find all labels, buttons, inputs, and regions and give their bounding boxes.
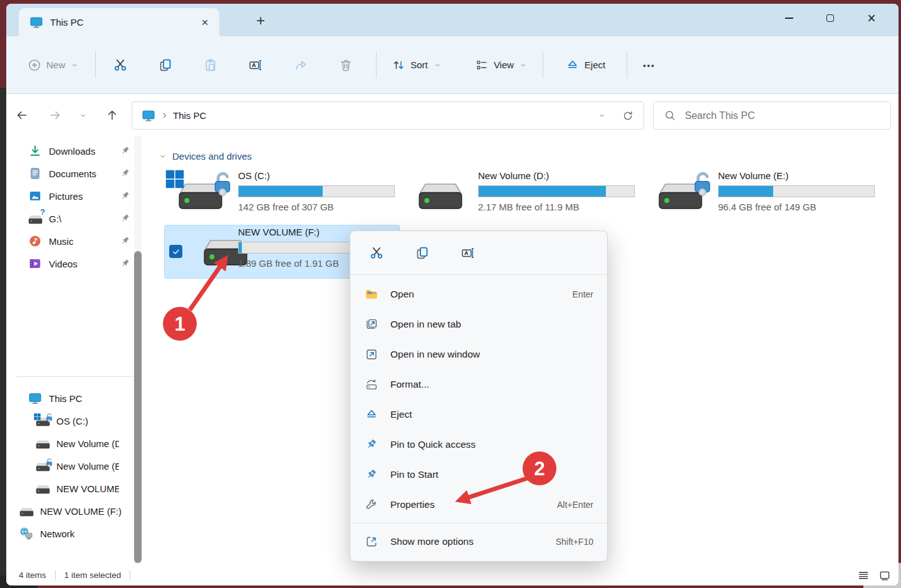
share-icon xyxy=(294,58,308,72)
new-tab-button[interactable]: + xyxy=(251,11,271,31)
minimize-button[interactable] xyxy=(768,4,810,33)
large-icons-view-icon xyxy=(878,569,891,582)
rename-button[interactable] xyxy=(457,242,479,264)
selection-checkbox[interactable] xyxy=(169,245,182,258)
cut-button[interactable] xyxy=(366,242,387,264)
pin-icon xyxy=(365,468,378,482)
up-arrow-icon xyxy=(106,109,118,121)
bitlocker-drive-icon xyxy=(644,171,714,212)
search-icon xyxy=(664,110,676,121)
rename-button[interactable] xyxy=(249,58,263,72)
menu-item-pin-to-start[interactable]: Pin to Start xyxy=(350,460,607,490)
tab-bar: This PC × + × xyxy=(6,4,898,36)
network-icon xyxy=(19,527,34,540)
context-menu: Open Enter Open in new tab Open in new w… xyxy=(350,230,608,562)
items-count: 4 items xyxy=(19,570,46,580)
close-button[interactable]: × xyxy=(851,4,892,33)
sidebar-item-music[interactable]: Music xyxy=(6,230,152,252)
copy-button[interactable] xyxy=(159,58,172,72)
format-drive-icon xyxy=(365,378,378,391)
sidebar-item-new-volume-d[interactable]: New Volume (D:) xyxy=(6,432,152,455)
sidebar-item-downloads[interactable]: Downloads xyxy=(6,140,152,162)
context-menu-quick-actions xyxy=(350,231,607,275)
drive-tile-os-c[interactable]: OS (C:) 142 GB free of 307 GB xyxy=(164,168,402,220)
menu-item-open[interactable]: Open Enter xyxy=(350,279,607,309)
search-input[interactable] xyxy=(685,110,873,121)
sidebar-item-new-volume-f-child[interactable]: NEW VOLUME (F xyxy=(6,477,152,500)
tab-close-icon[interactable]: × xyxy=(197,14,213,31)
toolbar: New Sort View Eject ••• xyxy=(6,36,898,94)
paste-button[interactable] xyxy=(204,58,217,72)
chevron-down-icon xyxy=(159,152,167,160)
view-icon xyxy=(476,59,488,71)
address-bar[interactable]: This PC xyxy=(132,101,644,130)
drive-tile-new-volume-d[interactable]: New Volume (D:) 2.17 MB free of 11.9 MB xyxy=(404,168,642,220)
tab-this-pc[interactable]: This PC × xyxy=(19,8,219,36)
refresh-button[interactable] xyxy=(617,105,638,126)
monitor-icon xyxy=(28,392,43,405)
desktop-background xyxy=(0,88,6,588)
eject-button[interactable]: Eject xyxy=(566,59,605,71)
back-button[interactable] xyxy=(11,105,33,126)
menu-item-pin-to-quick-access[interactable]: Pin to Quick access xyxy=(350,430,607,460)
forward-button[interactable] xyxy=(44,105,66,126)
menu-divider xyxy=(351,523,607,524)
document-icon xyxy=(28,167,43,180)
sidebar-item-videos[interactable]: Videos xyxy=(6,252,152,275)
sidebar-item-documents[interactable]: Documents xyxy=(6,162,152,185)
menu-item-eject[interactable]: Eject xyxy=(350,400,607,430)
menu-item-properties[interactable]: Properties Alt+Enter xyxy=(350,490,607,520)
pin-icon xyxy=(365,438,378,451)
cut-button[interactable] xyxy=(113,58,127,72)
eject-icon xyxy=(365,408,378,421)
sidebar-item-new-volume-f[interactable]: NEW VOLUME (F:) xyxy=(6,500,152,522)
address-dropdown-button[interactable] xyxy=(591,105,612,126)
drive-icon xyxy=(35,437,50,450)
search-box xyxy=(653,101,891,130)
sidebar-item-this-pc[interactable]: This PC xyxy=(6,387,152,410)
drive-free-space: 2.17 MB free of 11.9 MB xyxy=(478,202,636,212)
up-button[interactable] xyxy=(102,105,123,126)
new-button[interactable]: New xyxy=(28,59,78,71)
recent-locations-button[interactable] xyxy=(72,105,93,126)
sort-button[interactable]: Sort xyxy=(392,59,441,71)
sort-icon xyxy=(392,59,405,71)
pin-icon xyxy=(120,168,131,179)
rename-icon xyxy=(249,58,263,72)
sidebar-item-new-volume-e[interactable]: New Volume (E:) xyxy=(6,455,152,477)
ellipsis-icon: ••• xyxy=(643,60,655,70)
section-header-devices[interactable]: Devices and drives xyxy=(159,151,252,162)
monitor-icon xyxy=(142,110,155,121)
shortcut-label: Enter xyxy=(573,289,593,299)
drive-question-icon: ? xyxy=(28,212,43,225)
sidebar-item-pictures[interactable]: Pictures xyxy=(6,185,152,207)
drive-name: New Volume (E:) xyxy=(718,170,876,182)
breadcrumb[interactable]: This PC xyxy=(173,110,206,121)
menu-item-open-in-new-window[interactable]: Open in new window xyxy=(350,339,607,369)
delete-button[interactable] xyxy=(339,58,353,72)
sidebar-scrollbar-thumb[interactable] xyxy=(134,251,142,563)
menu-item-format[interactable]: Format... xyxy=(350,369,607,400)
refresh-icon xyxy=(622,110,633,121)
more-options-button[interactable]: ••• xyxy=(643,60,655,70)
folder-icon xyxy=(365,288,378,301)
view-button[interactable]: View xyxy=(476,59,527,71)
pin-icon xyxy=(120,190,131,202)
menu-item-open-in-new-tab[interactable]: Open in new tab xyxy=(350,309,607,339)
sidebar-item-g-drive[interactable]: ? G:\ xyxy=(6,207,152,230)
maximize-button[interactable] xyxy=(810,4,851,33)
status-bar: 4 items 1 item selected xyxy=(6,565,898,585)
back-arrow-icon xyxy=(16,109,28,121)
capacity-bar xyxy=(718,185,875,197)
drive-tile-new-volume-e[interactable]: New Volume (E:) 96.4 GB free of 149 GB xyxy=(644,168,882,220)
details-view-button[interactable] xyxy=(857,569,870,582)
drive-name: OS (C:) xyxy=(238,170,396,182)
os-drive-icon xyxy=(164,171,234,212)
sidebar-item-network[interactable]: Network xyxy=(6,522,152,545)
large-icons-view-button[interactable] xyxy=(878,569,891,582)
sidebar-item-os-c[interactable]: OS (C:) xyxy=(6,410,152,432)
menu-item-show-more-options[interactable]: Show more options Shift+F10 xyxy=(350,527,607,557)
share-button[interactable] xyxy=(294,58,308,72)
copy-button[interactable] xyxy=(412,242,433,264)
navigation-row: This PC xyxy=(6,95,898,136)
